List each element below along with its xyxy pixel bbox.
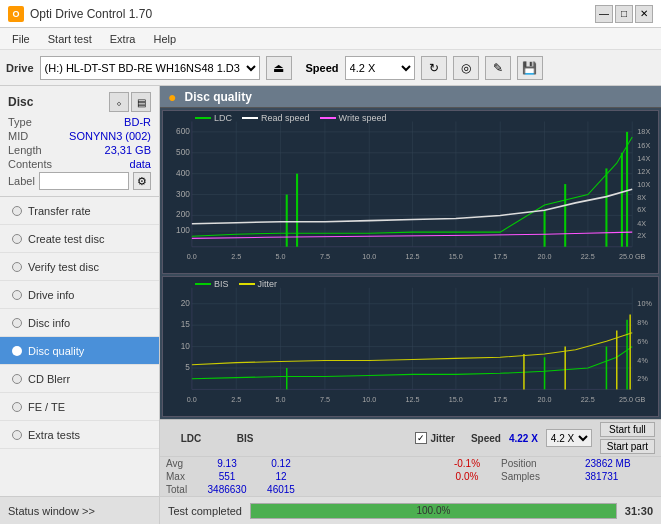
bottom-chart-svg: 20 15 10 5 10% 8% 6% 4% 2% 0.0 2.5 5.0 7… [163, 277, 658, 416]
disc-type-row: Type BD-R [8, 116, 151, 128]
nav-dot-verify-test-disc [12, 262, 22, 272]
nav-dot-extra-tests [12, 430, 22, 440]
svg-text:400: 400 [176, 168, 190, 178]
sidebar: Disc ⬦ ▤ Type BD-R MID SONYNN3 (002) Len… [0, 86, 160, 524]
nav-label-disc-quality: Disc quality [28, 345, 84, 357]
eject-button[interactable]: ⏏ [266, 56, 292, 80]
disc-icon-btn-1[interactable]: ⬦ [109, 92, 129, 112]
avg-jitter: -0.1% [437, 458, 497, 469]
svg-text:7.5: 7.5 [320, 252, 330, 261]
svg-text:0.0: 0.0 [187, 395, 197, 404]
menu-file[interactable]: File [4, 31, 38, 47]
disc-label-row: Label ⚙ [8, 172, 151, 190]
nav-item-disc-info[interactable]: Disc info [0, 309, 159, 337]
total-label: Total [166, 484, 198, 495]
menu-help[interactable]: Help [145, 31, 184, 47]
nav-dot-cd-blerr [12, 374, 22, 384]
nav-label-verify-test-disc: Verify test disc [28, 261, 99, 273]
samples-value: 381731 [585, 471, 655, 482]
max-bis: 12 [256, 471, 306, 482]
nav-item-disc-quality[interactable]: Disc quality [0, 337, 159, 365]
svg-text:2X: 2X [637, 231, 646, 240]
scan-button[interactable]: ◎ [453, 56, 479, 80]
disc-length-row: Length 23,31 GB [8, 144, 151, 156]
disc-length-label: Length [8, 144, 42, 156]
svg-text:2.5: 2.5 [231, 395, 241, 404]
menu-start-test[interactable]: Start test [40, 31, 100, 47]
title-bar-left: O Opti Drive Control 1.70 [8, 6, 152, 22]
speed-stat-select[interactable]: 4.2 X [546, 429, 592, 447]
disc-icon-btn-2[interactable]: ▤ [131, 92, 151, 112]
svg-text:6X: 6X [637, 205, 646, 214]
svg-text:14X: 14X [637, 154, 650, 163]
svg-text:8X: 8X [637, 193, 646, 202]
nav-item-transfer-rate[interactable]: Transfer rate [0, 197, 159, 225]
write-button[interactable]: ✎ [485, 56, 511, 80]
top-chart-svg: 600 500 400 300 200 100 18X 16X 14X 12X … [163, 111, 658, 273]
nav-item-verify-test-disc[interactable]: Verify test disc [0, 253, 159, 281]
title-bar: O Opti Drive Control 1.70 — □ ✕ [0, 0, 661, 28]
speed-select[interactable]: 4.2 X [345, 56, 415, 80]
svg-text:20: 20 [181, 298, 190, 308]
refresh-button[interactable]: ↻ [421, 56, 447, 80]
svg-text:17.5: 17.5 [493, 252, 507, 261]
nav-label-create-test-disc: Create test disc [28, 233, 104, 245]
svg-text:200: 200 [176, 209, 190, 219]
nav-label-transfer-rate: Transfer rate [28, 205, 91, 217]
title-bar-controls: — □ ✕ [595, 5, 653, 23]
nav-item-extra-tests[interactable]: Extra tests [0, 421, 159, 449]
disc-section-title: Disc [8, 95, 33, 109]
content-header: ● Disc quality [160, 86, 661, 108]
svg-text:2%: 2% [637, 374, 648, 383]
nav-dot-disc-info [12, 318, 22, 328]
nav-label-drive-info: Drive info [28, 289, 74, 301]
nav-item-drive-info[interactable]: Drive info [0, 281, 159, 309]
jitter-label: Jitter [430, 433, 454, 444]
nav-item-cd-blerr[interactable]: CD Blerr [0, 365, 159, 393]
save-button[interactable]: 💾 [517, 56, 543, 80]
app-icon: O [8, 6, 24, 22]
menu-extra[interactable]: Extra [102, 31, 144, 47]
status-window-button[interactable]: Status window >> [0, 496, 159, 524]
disc-section: Disc ⬦ ▤ Type BD-R MID SONYNN3 (002) Len… [0, 86, 159, 197]
bis-header: BIS [220, 433, 270, 444]
minimize-button[interactable]: — [595, 5, 613, 23]
start-full-button[interactable]: Start full [600, 422, 655, 437]
drive-select[interactable]: (H:) HL-DT-ST BD-RE WH16NS48 1.D3 [40, 56, 260, 80]
disc-contents-value: data [130, 158, 151, 170]
disc-label-button[interactable]: ⚙ [133, 172, 151, 190]
svg-text:2.5: 2.5 [231, 252, 241, 261]
status-bar: Test completed 100.0% 31:30 [160, 496, 661, 524]
disc-type-label: Type [8, 116, 32, 128]
nav-dot-disc-quality [12, 346, 22, 356]
svg-text:25.0 GB: 25.0 GB [619, 252, 646, 261]
svg-text:5: 5 [185, 362, 190, 372]
svg-text:5.0: 5.0 [276, 395, 286, 404]
app-title: Opti Drive Control 1.70 [30, 7, 152, 21]
avg-ldc: 9.13 [202, 458, 252, 469]
svg-text:0.0: 0.0 [187, 252, 197, 261]
nav-dot-create-test-disc [12, 234, 22, 244]
nav-section: Transfer rate Create test disc Verify te… [0, 197, 159, 496]
content-title: Disc quality [184, 90, 251, 104]
start-part-button[interactable]: Start part [600, 439, 655, 454]
disc-label-label: Label [8, 175, 35, 187]
legend-bis: BIS [195, 279, 229, 289]
jitter-checkbox[interactable]: ✓ [415, 432, 427, 444]
disc-type-value: BD-R [124, 116, 151, 128]
svg-text:25.0 GB: 25.0 GB [619, 395, 646, 404]
nav-label-disc-info: Disc info [28, 317, 70, 329]
svg-text:22.5: 22.5 [581, 395, 595, 404]
status-text: Test completed [168, 505, 242, 517]
svg-text:16X: 16X [637, 141, 650, 150]
close-button[interactable]: ✕ [635, 5, 653, 23]
nav-item-create-test-disc[interactable]: Create test disc [0, 225, 159, 253]
disc-label-input[interactable] [39, 172, 129, 190]
progress-bar-container: 100.0% [250, 503, 617, 519]
legend-jitter: Jitter [239, 279, 278, 289]
maximize-button[interactable]: □ [615, 5, 633, 23]
svg-text:12.5: 12.5 [406, 395, 420, 404]
svg-text:22.5: 22.5 [581, 252, 595, 261]
svg-text:10%: 10% [637, 299, 652, 308]
nav-item-fe-te[interactable]: FE / TE [0, 393, 159, 421]
